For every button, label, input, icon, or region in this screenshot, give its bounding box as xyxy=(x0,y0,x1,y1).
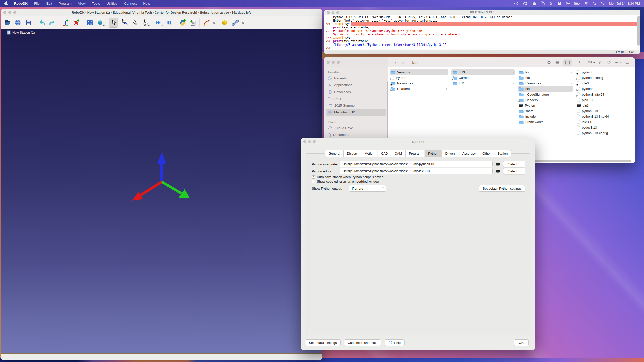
iso-button[interactable] xyxy=(95,18,105,28)
python-output-dropdown[interactable]: If errors xyxy=(349,185,386,192)
draw-button[interactable] xyxy=(140,18,150,28)
file-row-idle3-13[interactable]: idle3.13 xyxy=(576,119,630,125)
robodk-3d-viewport[interactable]: New Station (1) xyxy=(1,29,322,354)
web-button[interactable] xyxy=(13,18,23,28)
tab-accuracy[interactable]: Accuracy xyxy=(459,150,479,157)
onedrive-icon[interactable] xyxy=(532,2,537,5)
tab-station[interactable]: Station xyxy=(494,150,511,157)
file-row-headers[interactable]: Headers› xyxy=(390,86,448,92)
fcols-button[interactable] xyxy=(563,59,572,66)
tab-program[interactable]: Program xyxy=(405,150,425,157)
fsearch-button[interactable] xyxy=(625,60,629,65)
file-row-etc[interactable]: etc› xyxy=(518,75,573,80)
ruler-button[interactable] xyxy=(230,18,240,28)
translate-icon[interactable] xyxy=(541,1,545,5)
idle-scrollbar[interactable] xyxy=(637,15,640,50)
ffwd-button[interactable] xyxy=(154,18,163,28)
openai-icon[interactable] xyxy=(549,1,553,5)
sidebar-item-icloud-drive[interactable]: iCloud Drive xyxy=(326,125,386,131)
sidebar-item-2025-summer[interactable]: 2025-Summer xyxy=(326,102,386,109)
fshare-button[interactable] xyxy=(599,60,603,65)
sidebar-item-applications[interactable]: Applications xyxy=(326,82,386,88)
toolbar-overflow-icon[interactable]: » xyxy=(241,21,245,25)
file-row-share[interactable]: share› xyxy=(518,108,573,114)
sidebar-item-recents[interactable]: Recents xyxy=(326,75,386,82)
file-row-python3[interactable]: python3 xyxy=(576,86,630,92)
cursor-button[interactable] xyxy=(109,18,118,28)
flist-button[interactable] xyxy=(555,61,559,64)
idle-shell-text[interactable]: Python 3.13.5 (v3.13.5:6cb20a219a8, Jun … xyxy=(324,15,637,50)
file-row-resources[interactable]: Resources› xyxy=(390,80,448,86)
set-default-settings-button[interactable]: Set default settings xyxy=(305,339,341,346)
tab-cam[interactable]: CAM xyxy=(391,150,406,157)
file-row-3-11[interactable]: 3.11› xyxy=(451,80,515,86)
file-row-3-13[interactable]: 3.13› xyxy=(451,69,515,75)
sidebar-item-downloads[interactable]: Downloads xyxy=(326,88,386,95)
world-frame-axes[interactable] xyxy=(128,151,198,211)
addtarget-button[interactable] xyxy=(71,18,81,28)
menu-item-help[interactable]: Help xyxy=(143,2,150,5)
addframe-button[interactable] xyxy=(61,18,70,28)
menu-item-utilities[interactable]: Utilities xyxy=(106,2,117,5)
progplus-button[interactable] xyxy=(188,18,198,28)
file-row-python3-13[interactable]: python3.13 xyxy=(576,108,630,114)
battery-charging-icon[interactable] xyxy=(574,2,580,5)
menu-item-edit[interactable]: Edit xyxy=(46,2,52,5)
tab-display[interactable]: Display xyxy=(343,150,361,157)
robodk-titlebar[interactable]: RoboDK - New Station (1) - Educational (… xyxy=(1,9,322,16)
idle-titlebar[interactable]: IDLE Shell 3.13.5 xyxy=(324,10,640,15)
file-row-current[interactable]: Current› xyxy=(451,75,515,80)
file-row-python[interactable]: >_Python xyxy=(518,103,573,108)
menu-item-tools[interactable]: Tools xyxy=(92,2,100,5)
file-row-resources[interactable]: Resources› xyxy=(518,80,573,86)
apple-icon[interactable] xyxy=(4,1,8,5)
menu-item-view[interactable]: View xyxy=(78,2,86,5)
customize-shortcuts-button[interactable]: Customize shortcuts xyxy=(344,339,381,346)
play-circle-icon[interactable] xyxy=(566,1,570,5)
moveref-button[interactable] xyxy=(119,18,129,28)
file-row-python[interactable]: Python xyxy=(390,75,448,80)
file-row-lib[interactable]: lib› xyxy=(518,69,573,75)
redo-button[interactable] xyxy=(48,18,57,28)
menu-item-program[interactable]: Program xyxy=(59,2,72,5)
autosave-checkbox-row[interactable]: Auto save station when Python script is … xyxy=(312,175,383,179)
forward-icon[interactable]: › xyxy=(402,60,404,65)
control-center-icon[interactable] xyxy=(601,2,605,5)
file-row-bin[interactable]: bin› xyxy=(518,86,573,92)
menu-item-connect[interactable]: Connect xyxy=(124,2,137,5)
robot-button[interactable] xyxy=(202,18,211,28)
spotlight-icon[interactable] xyxy=(593,2,596,5)
tab-motion[interactable]: Motion xyxy=(361,150,378,157)
tab-python[interactable]: Python xyxy=(425,150,442,157)
interpreter-select-button[interactable]: Select... xyxy=(503,161,525,167)
station-tree-item[interactable]: New Station (1) xyxy=(3,30,35,35)
file-row-frameworks[interactable]: Frameworks› xyxy=(518,119,573,125)
help-button[interactable]: ?Help xyxy=(385,339,405,346)
embedded-checkbox-row[interactable]: Show code editor as an embedded window xyxy=(312,179,379,183)
tab-cad[interactable]: CAD xyxy=(378,150,391,157)
options-titlebar[interactable]: Options xyxy=(301,138,535,145)
a-box-icon[interactable]: A xyxy=(557,1,561,5)
options-traffic-lights[interactable] xyxy=(303,140,316,143)
editor-select-button[interactable]: Select... xyxy=(503,168,525,174)
fgrid-button[interactable] xyxy=(547,61,551,64)
file-row-pip3-13[interactable]: pip3.13 xyxy=(576,97,630,103)
menu-app-name[interactable]: RoboDK xyxy=(14,2,28,5)
menu-clock[interactable]: Mon Jul 14 3:34 PM xyxy=(609,2,640,5)
tab-general[interactable]: General xyxy=(325,150,344,157)
pause-button[interactable] xyxy=(164,18,174,28)
set-default-python-button[interactable]: Set default Python settings xyxy=(479,185,525,192)
robodk-traffic-lights[interactable] xyxy=(3,11,16,14)
tab-other[interactable]: Other xyxy=(479,150,494,157)
idle-traffic-lights[interactable] xyxy=(327,11,339,14)
file-row-headers[interactable]: Headers› xyxy=(518,97,573,103)
post-button[interactable] xyxy=(220,18,229,28)
save-button[interactable] xyxy=(24,18,33,28)
file-row-pip3[interactable]: >_pip3 xyxy=(576,103,630,108)
sidebar-item-macintosh-hd[interactable]: Macintosh HD xyxy=(326,109,386,116)
creative-cloud-icon[interactable] xyxy=(514,1,518,6)
editor-path-field[interactable]: /Library/Frameworks/Python.framework/Ver… xyxy=(340,168,493,174)
toolbar-overflow-icon[interactable]: » xyxy=(212,21,216,25)
autosave-checkbox[interactable] xyxy=(312,175,315,179)
column-resize-handle[interactable] xyxy=(632,158,632,160)
